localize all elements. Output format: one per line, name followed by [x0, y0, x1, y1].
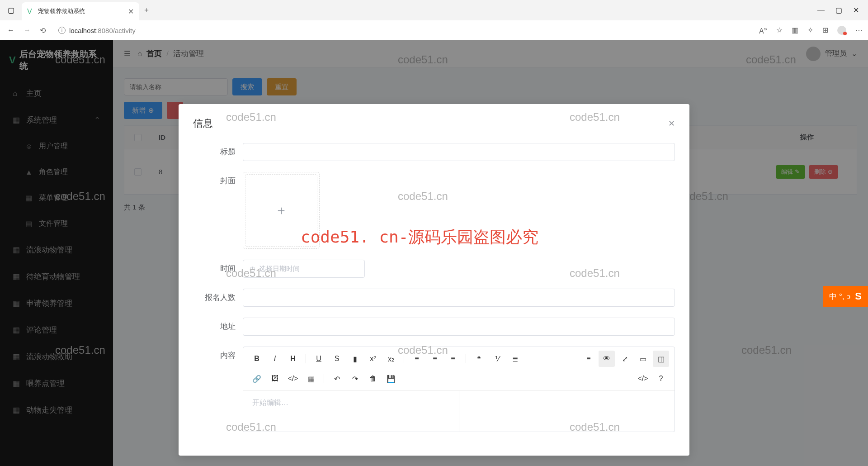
help-icon[interactable]: ?	[653, 371, 669, 387]
address-input[interactable]	[243, 318, 675, 336]
form-row-capacity: 报名人数	[193, 289, 675, 307]
time-placeholder: 选择日期时间	[259, 265, 300, 273]
new-tab-button[interactable]: ＋	[143, 5, 150, 15]
url-text: localhost:8080/activity	[69, 27, 136, 34]
label-cover: 封面	[193, 172, 243, 186]
editor-preview	[459, 391, 675, 432]
superscript-icon[interactable]: x²	[365, 351, 381, 367]
tab-bar: ▢ V 宠物领养救助系统 ✕ ＋ — ▢ ✕	[0, 0, 868, 20]
tab-list-button[interactable]: ▢	[0, 6, 22, 14]
heading-icon[interactable]: H	[285, 351, 301, 367]
vue-icon: V	[27, 8, 34, 15]
underline-icon[interactable]: U	[311, 351, 327, 367]
read-aloud-icon[interactable]: A»	[759, 25, 767, 35]
align-right-icon[interactable]: ≡	[445, 351, 461, 367]
plus-icon: ＋	[275, 202, 288, 219]
ime-widget[interactable]: 中 °, ↄ S	[823, 286, 868, 307]
editor-textarea[interactable]: 开始编辑…	[243, 391, 459, 432]
editor-toolbar: B I H U S ▮ x² x₂ ≡ ≡ ≡ ❝ ⅟ ≣	[243, 347, 675, 391]
split-icon[interactable]: ◫	[653, 351, 669, 367]
fullscreen-icon[interactable]: ⤢	[617, 351, 633, 367]
bold-icon[interactable]: B	[249, 351, 265, 367]
address-bar-actions: A» ☆ ▥ ✧ ⊞ ⋯	[759, 25, 863, 35]
align-left-icon[interactable]: ≡	[409, 351, 425, 367]
profile-icon[interactable]	[837, 26, 846, 35]
ime-s-icon: S	[855, 290, 862, 302]
form-row-time: 时间 ◷ 选择日期时间	[193, 260, 675, 278]
editor-body: 开始编辑…	[243, 391, 675, 432]
favorite-icon[interactable]: ☆	[776, 26, 783, 34]
align-icon[interactable]: ≡	[580, 351, 597, 367]
more-icon[interactable]: ⋯	[855, 26, 863, 34]
label-content: 内容	[193, 347, 243, 361]
preview-toggle-icon[interactable]: 👁	[599, 351, 615, 367]
browser-tab[interactable]: V 宠物领养救助系统 ✕	[22, 2, 139, 20]
modal-title: 信息	[193, 117, 213, 130]
back-icon[interactable]: ←	[5, 24, 16, 36]
label-capacity: 报名人数	[193, 289, 243, 303]
table-icon[interactable]: ▦	[303, 371, 319, 387]
ordered-list-icon[interactable]: ⅟	[489, 351, 505, 367]
close-window-icon[interactable]: ✕	[853, 6, 859, 14]
ime-label: 中 °, ↄ	[829, 291, 850, 302]
refresh-icon[interactable]: ⟲	[38, 24, 47, 37]
app-icon[interactable]: ⊞	[822, 26, 828, 34]
collections-icon[interactable]: ▥	[792, 26, 798, 34]
source-icon[interactable]: </>	[635, 371, 651, 387]
link-icon[interactable]: 🔗	[249, 371, 265, 387]
clock-icon: ◷	[250, 265, 255, 273]
cover-upload[interactable]: ＋	[243, 172, 320, 249]
quote-icon[interactable]: ❝	[471, 351, 487, 367]
info-icon[interactable]: i	[58, 27, 66, 34]
modal-dialog: 信息 ✕ 标题 封面 ＋ 时间 ◷ 选择日期时间 报名人数 地址 内容	[179, 104, 689, 456]
url-input[interactable]: i localhost:8080/activity	[53, 24, 754, 37]
strike-icon[interactable]: S	[329, 351, 345, 367]
form-row-address: 地址	[193, 318, 675, 336]
extensions-icon[interactable]: ✧	[807, 26, 813, 34]
rich-editor: B I H U S ▮ x² x₂ ≡ ≡ ≡ ❝ ⅟ ≣	[243, 347, 675, 432]
window-controls: — ▢ ✕	[817, 6, 868, 14]
italic-icon[interactable]: I	[267, 351, 283, 367]
capacity-input[interactable]	[243, 289, 675, 307]
trash-icon[interactable]: 🗑	[365, 371, 381, 387]
minimize-icon[interactable]: —	[817, 6, 825, 14]
close-icon[interactable]: ✕	[128, 7, 134, 16]
label-title: 标题	[193, 143, 243, 157]
time-input[interactable]: ◷ 选择日期时间	[243, 260, 365, 278]
tab-title: 宠物领养救助系统	[38, 7, 124, 15]
image-icon[interactable]: 🖼	[267, 371, 283, 387]
subscript-icon[interactable]: x₂	[383, 351, 399, 367]
title-input[interactable]	[243, 143, 675, 161]
form-row-content: 内容 B I H U S ▮ x² x₂ ≡ ≡ ≡	[193, 347, 675, 432]
window-icon[interactable]: ▭	[635, 351, 651, 367]
close-icon[interactable]: ✕	[668, 119, 675, 128]
label-time: 时间	[193, 260, 243, 274]
redo-icon[interactable]: ↷	[347, 371, 363, 387]
undo-icon[interactable]: ↶	[329, 371, 345, 387]
bookmark-icon[interactable]: ▮	[347, 351, 363, 367]
save-icon[interactable]: 💾	[383, 371, 399, 387]
unordered-list-icon[interactable]: ≣	[507, 351, 523, 367]
maximize-icon[interactable]: ▢	[835, 6, 842, 14]
browser-chrome: ▢ V 宠物领养救助系统 ✕ ＋ — ▢ ✕ ← → ⟲ i localhost…	[0, 0, 868, 40]
code-icon[interactable]: </>	[285, 371, 301, 387]
forward-icon: →	[22, 24, 33, 36]
modal-header: 信息 ✕	[193, 117, 675, 130]
label-address: 地址	[193, 318, 243, 332]
address-bar: ← → ⟲ i localhost:8080/activity A» ☆ ▥ ✧…	[0, 20, 868, 40]
align-center-icon[interactable]: ≡	[427, 351, 443, 367]
form-row-cover: 封面 ＋	[193, 172, 675, 249]
form-row-title: 标题	[193, 143, 675, 161]
